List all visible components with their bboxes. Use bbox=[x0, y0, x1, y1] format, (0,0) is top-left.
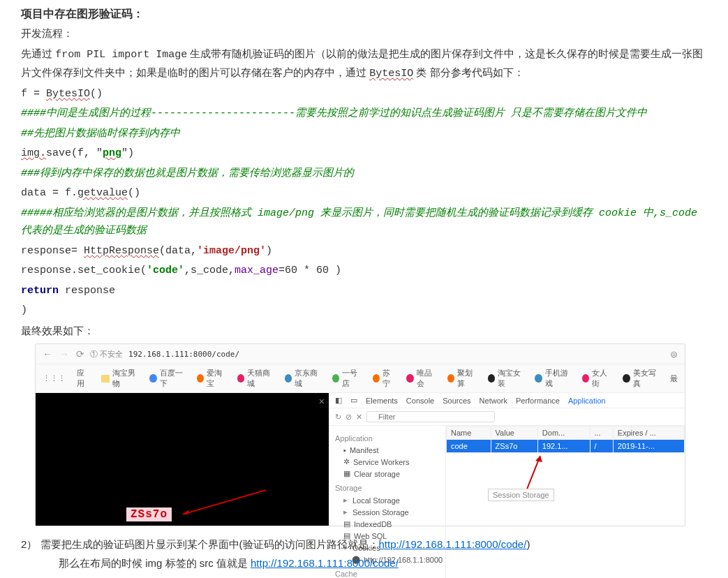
col-expires[interactable]: Expires / ... bbox=[613, 427, 684, 440]
code-comment: ####中间是生成图片的过程-----------------------需要先… bbox=[21, 105, 707, 123]
code: ,s_code, bbox=[184, 265, 235, 276]
svg-marker-3 bbox=[535, 456, 542, 462]
favicon bbox=[373, 374, 380, 383]
text: 先通过 bbox=[21, 47, 55, 59]
subtitle: 开发流程： bbox=[21, 24, 707, 43]
apps-icon[interactable]: ⋮⋮⋮ bbox=[43, 374, 66, 383]
sidebar-item-clear-storage[interactable]: ▦ Clear storage bbox=[335, 468, 440, 480]
col-path[interactable]: ... bbox=[590, 427, 613, 440]
devtools-dock-icon[interactable]: ◧ bbox=[335, 396, 342, 405]
text: 类 部分参考代码如下： bbox=[413, 66, 523, 78]
code: response= bbox=[21, 245, 84, 257]
sidebar-section-application: Application bbox=[335, 434, 440, 443]
reload-icon[interactable]: ⟳ bbox=[76, 348, 84, 360]
favicon bbox=[447, 374, 454, 383]
col-domain[interactable]: Dom... bbox=[537, 427, 590, 440]
clear-icon[interactable]: ✕ bbox=[356, 413, 362, 422]
close-icon[interactable]: × bbox=[319, 396, 325, 407]
bookmark-item[interactable]: 最 bbox=[670, 373, 678, 384]
code-keyword: return bbox=[21, 285, 59, 297]
code-bytesio: BytesIO bbox=[46, 88, 90, 100]
extension-icon[interactable]: ⊜ bbox=[670, 349, 678, 360]
back-icon[interactable]: ← bbox=[43, 348, 52, 360]
code: HttpResponse bbox=[84, 245, 159, 257]
captcha-image: ZSs7o bbox=[126, 507, 172, 521]
paragraph-1: 先通过 from PIL import Image 生成带有随机验证码的图片（以… bbox=[21, 45, 707, 83]
forward-icon[interactable]: → bbox=[59, 348, 69, 360]
col-value[interactable]: Value bbox=[491, 427, 537, 440]
tab-sources[interactable]: Sources bbox=[443, 397, 470, 405]
result-label: 最终效果如下： bbox=[21, 322, 707, 340]
favicon bbox=[237, 374, 244, 383]
bookmark-item[interactable]: 爱淘宝 bbox=[197, 368, 226, 389]
sidebar-item-local-storage[interactable]: Local Storage bbox=[335, 494, 440, 506]
inline-code-bytesio: BytesIO bbox=[369, 68, 413, 80]
browser-mock: ← → ⟳ ① 不安全 192.168.1.111:8000/code/ ⊜ ⋮… bbox=[35, 343, 685, 526]
favicon bbox=[488, 374, 495, 383]
list-number: 2） bbox=[21, 538, 37, 550]
svg-line-0 bbox=[182, 490, 266, 514]
tooltip: Session Storage bbox=[488, 489, 554, 501]
code: ) bbox=[266, 245, 272, 257]
devtools-panel: ◧ ▭ Elements Console Sources Network Per… bbox=[329, 393, 685, 526]
code: () bbox=[128, 187, 140, 199]
bookmark-item[interactable]: 苏宁 bbox=[373, 368, 396, 389]
bookmarks-bar: ⋮⋮⋮ 应用 淘宝男物 百度一下 爱淘宝 天猫商城 京东商城 一号店 苏宁 唯品… bbox=[36, 364, 685, 393]
favicon bbox=[406, 374, 413, 383]
refresh-icon[interactable]: ↻ bbox=[335, 413, 341, 422]
section-title: 项目中存在图形验证码： bbox=[21, 7, 707, 22]
bookmark-item[interactable]: 唯品会 bbox=[406, 368, 436, 389]
code-string: 'code' bbox=[147, 265, 184, 276]
bookmark-item[interactable]: 聚划算 bbox=[447, 368, 477, 389]
bookmark-item[interactable]: 淘宝女装 bbox=[488, 368, 524, 389]
sidebar-item-service-workers[interactable]: ✲ Service Workers bbox=[335, 456, 440, 468]
cell-expires: 2019-11-... bbox=[613, 440, 684, 453]
url-link[interactable]: http://192.168.1.111:8000/code/ bbox=[251, 557, 399, 569]
code: ) bbox=[21, 302, 707, 320]
tab-performance[interactable]: Performance bbox=[516, 397, 560, 405]
favicon bbox=[149, 374, 156, 383]
bookmark-item[interactable]: 应用 bbox=[77, 368, 90, 389]
url-text[interactable]: 192.168.1.111:8000/code/ bbox=[128, 350, 239, 359]
tab-elements[interactable]: Elements bbox=[366, 397, 398, 405]
sidebar-item-manifest[interactable]: ▪ Manifest bbox=[335, 445, 440, 456]
favicon bbox=[332, 374, 339, 383]
insecure-label: ① 不安全 bbox=[90, 349, 123, 360]
code: data = f. bbox=[21, 187, 77, 199]
tab-network[interactable]: Network bbox=[480, 397, 507, 405]
filter-row: ↻ ⊘ ✕ bbox=[329, 408, 685, 426]
code: =60 * 60 ) bbox=[278, 265, 341, 276]
annotation-arrow bbox=[182, 487, 273, 514]
code: f = bbox=[21, 88, 46, 100]
sidebar-item-session-storage[interactable]: Session Storage bbox=[335, 506, 440, 518]
table-header-row: Name Value Dom... ... Expires / ... bbox=[447, 427, 685, 440]
filter-input[interactable] bbox=[366, 411, 495, 422]
tab-application[interactable]: Application bbox=[568, 397, 606, 405]
address-bar: ← → ⟳ ① 不安全 192.168.1.111:8000/code/ ⊜ bbox=[36, 344, 685, 364]
no-results-icon: ⊘ bbox=[346, 413, 352, 422]
table-row[interactable]: code ZSs7o 192.1... / 2019-11-... bbox=[447, 440, 685, 453]
inline-code: from PIL import Image bbox=[55, 49, 187, 61]
devtools-tabs: ◧ ▭ Elements Console Sources Network Per… bbox=[329, 393, 685, 408]
bookmark-item[interactable]: 京东商城 bbox=[285, 368, 321, 389]
code: () bbox=[90, 88, 103, 100]
cookies-table: Name Value Dom... ... Expires / ... code… bbox=[446, 426, 685, 453]
bookmark-item[interactable]: 天猫商城 bbox=[237, 368, 274, 389]
sidebar-item-indexeddb[interactable]: ▤ IndexedDB bbox=[335, 518, 440, 530]
code-comment: ###得到内存中保存的数据也就是图片数据，需要传给浏览器显示图片的 bbox=[21, 165, 707, 183]
bookmark-item[interactable]: 百度一下 bbox=[149, 368, 186, 389]
col-name[interactable]: Name bbox=[447, 427, 491, 440]
bookmark-item[interactable]: 一号店 bbox=[332, 368, 362, 389]
bookmark-item[interactable]: 淘宝男物 bbox=[101, 368, 138, 389]
annotation-arrow bbox=[523, 452, 551, 494]
cell-value: ZSs7o bbox=[491, 440, 537, 453]
bookmark-item[interactable]: 美女写真 bbox=[623, 368, 659, 389]
code-comment: ##先把图片数据临时保存到内存中 bbox=[21, 125, 707, 143]
code: response.set_cookie( bbox=[21, 265, 147, 276]
bookmark-item[interactable]: 手机游戏 bbox=[535, 368, 571, 389]
tab-console[interactable]: Console bbox=[406, 397, 434, 405]
bookmark-item[interactable]: 女人街 bbox=[582, 368, 611, 389]
code: getvalue bbox=[77, 187, 128, 199]
code: response bbox=[59, 285, 115, 297]
devtools-inspect-icon[interactable]: ▭ bbox=[350, 396, 357, 405]
